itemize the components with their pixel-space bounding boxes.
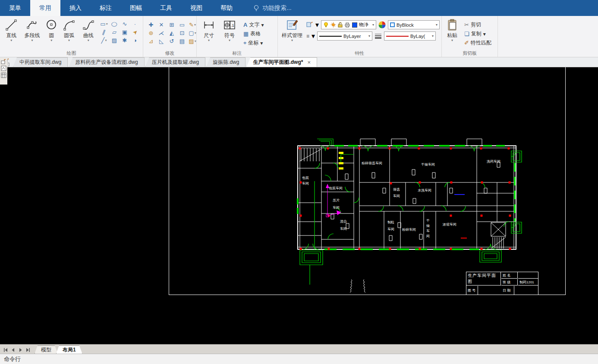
menu-item-tufu[interactable]: 图幅 (121, 0, 151, 16)
gear-icon[interactable]: ✱ (120, 36, 129, 44)
layer-plot-printer-icon (344, 22, 350, 28)
color-value: ByBlock (397, 22, 414, 28)
layer-manager-icon[interactable] (306, 21, 313, 28)
symbol-icon: .1 (223, 19, 236, 31)
cut-button[interactable]: ✂ 剪切 (463, 21, 493, 29)
paper-border-right (565, 67, 566, 295)
cut-label: 剪切 (471, 21, 481, 28)
chevron-down-icon: ▾ (68, 39, 70, 42)
rotate-icon[interactable]: ↺ (167, 37, 176, 45)
construction-line-icon[interactable]: ╱▾ (100, 36, 108, 44)
menu-item-shitu[interactable]: 视图 (181, 0, 211, 16)
side-tool-redline-icon[interactable] (1, 59, 6, 64)
match-properties-button[interactable]: ✐ 特性匹配 (463, 39, 493, 47)
trim-icon[interactable]: ✕ (157, 21, 166, 28)
side-tool-compare-icon[interactable] (1, 66, 6, 71)
polyline-button[interactable]: 多段线 ▾ (21, 17, 44, 50)
title-block-title: 生产车间平面图 (466, 272, 501, 286)
rectangle-edit-icon[interactable]: ▢▾ (188, 29, 197, 37)
chevron-down-icon[interactable]: ▾ (312, 32, 315, 40)
ellipse-icon[interactable]: ◯ (110, 21, 119, 27)
lineweight-dropdown[interactable]: ByLay( ▾ (384, 31, 436, 41)
doc-tab-1[interactable]: 中药提取车间.dwg (13, 57, 68, 67)
table-button[interactable]: ▦ 表格 (242, 30, 265, 38)
room-label: 车间 (302, 182, 309, 185)
coordinate-button[interactable]: ⌖ 坐标 ▾ (242, 39, 265, 47)
doc-tab-4[interactable]: 旋振筛.dwg (206, 57, 245, 67)
mirror-icon[interactable]: ◭ (167, 29, 176, 37)
extend-icon[interactable]: ⋌ (157, 29, 166, 37)
arc-button[interactable]: 圆弧 ▾ (60, 17, 79, 50)
dimension-button[interactable]: 尺寸 ▾ (198, 17, 219, 50)
layer-freeze-sun-icon (330, 22, 336, 28)
circle-icon (45, 19, 57, 31)
title-block-date-label: 日 期 (501, 286, 514, 295)
copy-icon: ❏ (464, 31, 469, 37)
hatch-edit-icon[interactable]: ▨▾ (188, 37, 197, 45)
linetype-dropdown[interactable]: ByLayer ▾ (317, 31, 372, 41)
lineweight-value: ByLay( (410, 34, 425, 39)
table-icon: ▦ (243, 31, 249, 37)
color-dropdown[interactable]: ByBlock ▾ (388, 20, 440, 29)
hatch-icon[interactable]: ▨ (110, 36, 119, 44)
linetype-list-icon[interactable]: ≡ (306, 33, 309, 39)
menu-item-biaozhu[interactable]: 标注 (91, 0, 121, 16)
clipboard-stack: ✂ 剪切 ❏ 复制 ▾ ✐ 特性匹配 (463, 21, 493, 47)
align-icon[interactable]: ▤ (178, 37, 186, 45)
side-tool-grid-icon[interactable] (1, 72, 6, 78)
room-labels: 包装车间包装车间压片车间混合车间粉碎筛选车间干燥车间洗药车间筛选车间水洗车间制粒… (302, 160, 500, 238)
style-manager-button[interactable]: 样式管理 ▾ (280, 17, 305, 50)
stretch-icon[interactable]: ▭ (178, 21, 186, 28)
close-icon[interactable]: × (307, 59, 311, 66)
copy-object-icon[interactable]: ⊡ (178, 29, 186, 37)
tab-layout1[interactable]: 布局1 (56, 345, 82, 354)
copy-button[interactable]: ❏ 复制 ▾ (463, 30, 493, 38)
chamfer-icon[interactable]: ◺ (157, 37, 166, 45)
room-label: 包装车间 (329, 186, 343, 190)
offset-icon[interactable]: ⊚ (147, 29, 155, 37)
block-icon[interactable]: ▣ (120, 28, 129, 36)
parallel-lines-icon[interactable]: ∥ (99, 27, 110, 37)
chevron-down-icon[interactable]: ▾ (315, 21, 319, 29)
drawing-canvas[interactable]: 包装车间包装车间压片车间混合车间粉碎筛选车间干燥车间洗药车间筛选车间水洗车间制粒… (0, 67, 598, 344)
revision-cloud-icon[interactable]: ∿ (120, 20, 129, 28)
chevron-down-icon: ▾ (10, 39, 12, 42)
erase-icon[interactable]: ✎▾ (188, 21, 197, 28)
room-label: 压片 (333, 198, 340, 202)
next-sheet-icon[interactable] (18, 348, 23, 352)
menu-item-caidan[interactable]: 菜单 (0, 0, 30, 16)
first-sheet-icon[interactable] (3, 348, 8, 352)
layer-dropdown[interactable]: 物浄 ▾ (321, 20, 376, 29)
function-search[interactable]: 功能搜索... (254, 0, 292, 16)
command-line[interactable]: 命令行 (0, 354, 598, 364)
doc-tab-2[interactable]: 原料药生产设备流程图.dwg (69, 57, 144, 67)
lineweight-icon[interactable] (375, 33, 382, 39)
text-icon: A (243, 22, 247, 28)
symbol-button[interactable]: .1 符号 ▾ (219, 17, 240, 50)
menu-item-changyong[interactable]: 常用 (30, 0, 60, 16)
room-label: 车间 (387, 227, 394, 231)
room-label: 燥 (426, 224, 430, 228)
menu-item-bangzhu[interactable]: 帮助 (211, 0, 242, 16)
paste-button[interactable]: 粘贴 ▾ (444, 17, 461, 50)
doc-tab-3[interactable]: 压片机及提取罐.dwg (145, 57, 205, 67)
array-icon[interactable]: ⊞ (167, 21, 176, 28)
menu-item-charu[interactable]: 插入 (60, 0, 91, 16)
sweep-icon[interactable]: ⊿ (147, 37, 155, 45)
chevron-down-icon: ▾ (88, 39, 89, 42)
circle-button[interactable]: 圆 ▾ (44, 17, 60, 50)
last-sheet-icon[interactable] (25, 348, 30, 352)
doc-tab-active[interactable]: 生产车间平面图.dwg* × (246, 57, 317, 67)
chevron-down-icon: ▾ (483, 31, 486, 37)
line-button[interactable]: 直线 ▾ (2, 17, 21, 50)
spline-button[interactable]: 曲线 ▾ (79, 17, 98, 50)
prev-sheet-icon[interactable] (11, 348, 16, 352)
color-wheel-icon[interactable] (378, 21, 386, 28)
signature-marks (350, 279, 365, 292)
text-button[interactable]: A 文字 ▾ (242, 21, 265, 29)
tab-model[interactable]: 模型 (35, 345, 58, 354)
move-icon[interactable]: ✚ (147, 21, 155, 28)
polygon-icon[interactable]: ▱ (110, 28, 119, 36)
menu-item-gongju[interactable]: 工具 (151, 0, 181, 16)
layer-color-swatch (352, 22, 357, 28)
